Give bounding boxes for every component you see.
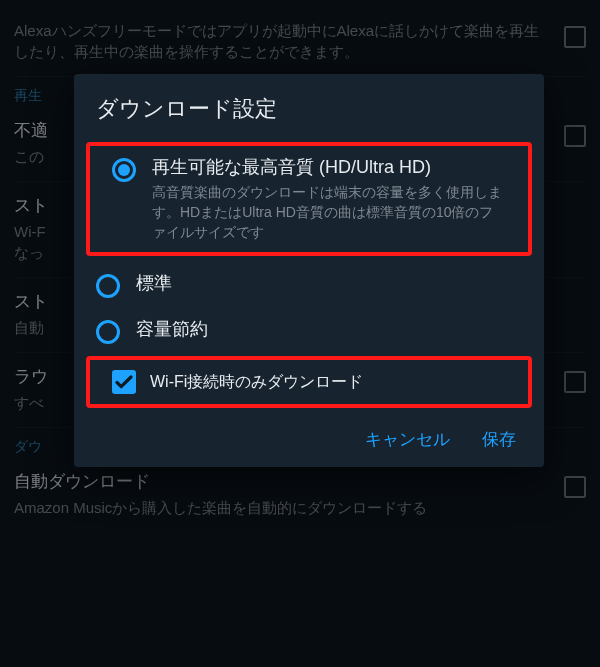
option-datasaver[interactable]: 容量節約 (74, 308, 544, 354)
option-sub: 高音質楽曲のダウンロードは端末の容量を多く使用します。HDまたはUltra HD… (152, 183, 506, 242)
highlight-box-quality: 再生可能な最高音質 (HD/Ultra HD) 高音質楽曲のダウンロードは端末の… (86, 142, 532, 256)
save-button[interactable]: 保存 (482, 428, 516, 451)
dialog-title: ダウンロード設定 (74, 94, 544, 140)
checkbox-wifi-only[interactable]: Wi-Fi接続時のみダウンロード (90, 360, 528, 404)
option-standard[interactable]: 標準 (74, 262, 544, 308)
option-label: 再生可能な最高音質 (HD/Ultra HD) (152, 156, 506, 179)
checkbox-icon (112, 370, 136, 394)
checkbox-label: Wi-Fi接続時のみダウンロード (150, 372, 363, 393)
cancel-button[interactable]: キャンセル (365, 428, 450, 451)
download-settings-dialog: ダウンロード設定 再生可能な最高音質 (HD/Ultra HD) 高音質楽曲のダ… (74, 74, 544, 467)
radio-icon (96, 274, 120, 298)
radio-icon (112, 158, 136, 182)
dialog-button-row: キャンセル 保存 (74, 414, 544, 459)
option-label: 標準 (136, 272, 522, 295)
option-best-quality[interactable]: 再生可能な最高音質 (HD/Ultra HD) 高音質楽曲のダウンロードは端末の… (90, 146, 528, 252)
radio-icon (96, 320, 120, 344)
highlight-box-wifi: Wi-Fi接続時のみダウンロード (86, 356, 532, 408)
option-label: 容量節約 (136, 318, 522, 341)
